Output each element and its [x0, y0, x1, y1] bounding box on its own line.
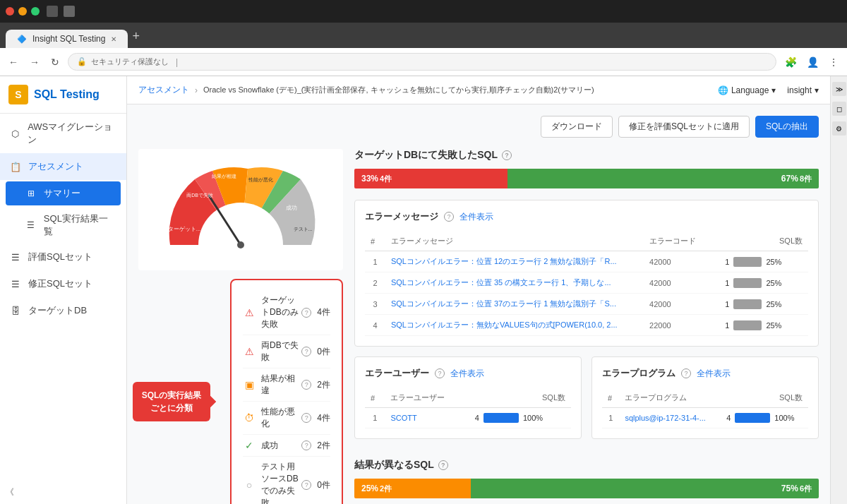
gauge-chart: ターゲット... 両DBで失敗 結果が相違 性能が悪化 成功 テスト... [156, 160, 325, 259]
sidebar-item-fix-sql[interactable]: ☰ 修正SQLセット [0, 270, 126, 297]
breadcrumb-parent[interactable]: アセスメント [138, 84, 189, 96]
assessment-icon: 📋 [10, 161, 21, 172]
breadcrumb-current: Oracle vs Snowflake (デモ)_(実行計画全部保存, キャッシ… [203, 85, 594, 95]
error-users-section: エラーユーザー ? 全件表示 # エラーユーザー SQL数 [354, 356, 582, 439]
prog-row1-bar: 4 100% [726, 413, 803, 423]
forward-btn[interactable]: → [27, 54, 42, 71]
row1-msg[interactable]: SQLコンパイルエラー：位置 12のエラー行 2 無効な識別子「R... [385, 251, 644, 272]
class-item-perf-worse: ⏱ 性能が悪化 ? 4件 [243, 402, 330, 435]
target-db-progress-section: ターゲットDBにて失敗したSQL ? 33% 4件 67% 8件 [354, 149, 819, 188]
row2-mini-bar [733, 278, 762, 288]
content-area: ダウンロード 修正を評価SQLセットに適用 SQLの抽出 [127, 104, 830, 504]
prog-row1-name[interactable]: sqlplus@ip-172-31-4-... [619, 408, 721, 428]
sql-label: SQLの実行結果ごとに分類 [133, 382, 210, 421]
error-programs-help-icon[interactable]: ? [681, 368, 691, 378]
sidebar-nav: ⬡ AWSマイグレーション 📋 アセスメント ⊞ サマリー ☰ SQL実行結果一… [0, 114, 126, 481]
sidebar-item-eval-sql[interactable]: ☰ 評価SQLセット [0, 244, 126, 270]
reload-btn[interactable]: ↻ [48, 54, 62, 71]
test-fail-help-icon[interactable]: ? [301, 480, 311, 490]
prog-pct: 100% [774, 414, 794, 422]
success-icon: ✓ [243, 439, 256, 452]
language-selector[interactable]: 🌐 Language ▾ [718, 85, 776, 95]
row4-count-val: 1 [725, 321, 729, 330]
back-btn[interactable]: ← [6, 54, 21, 71]
user-pct: 100% [523, 414, 543, 422]
profile-btn[interactable]: 👤 [804, 54, 822, 71]
target-db-success-bar: 67% 8件 [507, 169, 819, 188]
test-fail-icon: ○ [243, 479, 256, 491]
target-db-title-text: ターゲットDBにて失敗したSQL [354, 149, 498, 162]
svg-text:結果が相違: 結果が相違 [211, 174, 236, 179]
security-icon: 🔓 [77, 57, 87, 66]
sidebar-sub-item-sql-results[interactable]: ☰ SQL実行結果一覧 [0, 207, 126, 244]
extract-sql-btn[interactable]: SQLの抽出 [755, 116, 819, 138]
fix-sql-icon: ☰ [10, 278, 21, 289]
tooltip-arrow [210, 396, 216, 407]
close-window-btn[interactable] [6, 7, 14, 16]
classification-container: SQLの実行結果ごとに分類 ⚠ ターゲットDBのみ失敗 ? 4件 [230, 279, 343, 504]
success-help-icon[interactable]: ? [301, 440, 311, 450]
download-btn[interactable]: ダウンロード [541, 116, 613, 138]
collapse-icon: 《 [6, 486, 14, 498]
row2-code: 42000 [644, 272, 719, 294]
window-controls [6, 7, 40, 16]
target-db-fail-pct: 33% [361, 174, 378, 184]
perf-worse-help-icon[interactable]: ? [301, 413, 311, 423]
sql-results-icon: ☰ [25, 220, 37, 231]
user-row1-count: 4 100% [469, 408, 571, 428]
minimize-window-btn[interactable] [18, 7, 27, 16]
security-text: セキュリティ保護なし [91, 56, 169, 67]
error-users-show-all[interactable]: 全件表示 [450, 368, 484, 380]
svg-text:成功: 成功 [286, 205, 297, 211]
sidebar-sub-item-summary[interactable]: ⊞ サマリー [6, 181, 121, 205]
target-fail-help-icon[interactable]: ? [301, 308, 311, 318]
top-bar: アセスメント › Oracle vs Snowflake (デモ)_(実行計画全… [127, 76, 830, 104]
right-icon-3[interactable]: ⚙ [832, 121, 846, 136]
error-messages-title: エラーメッセージ [365, 210, 438, 223]
maximize-window-btn[interactable] [31, 7, 40, 16]
error-messages-show-all[interactable]: 全件表示 [459, 211, 493, 223]
different-sql-help-icon[interactable]: ? [438, 460, 448, 470]
menu-btn[interactable]: ⋮ [826, 54, 841, 71]
address-bar: ← → ↻ 🔓 セキュリティ保護なし | 🧩 👤 ⋮ [0, 48, 847, 76]
url-bar[interactable]: 🔓 セキュリティ保護なし | [68, 53, 776, 71]
sidebar-label-fix-sql: 修正SQLセット [28, 277, 92, 290]
table-row: 1 SCOTT 4 100% [365, 408, 571, 428]
error-messages-help-icon[interactable]: ? [444, 212, 454, 222]
sidebar-item-target-db[interactable]: 🗄 ターゲットDB [0, 297, 126, 324]
tab-close-btn[interactable]: ✕ [111, 35, 116, 43]
user-row1-name[interactable]: SCOTT [385, 408, 469, 428]
extensions-btn[interactable]: 🧩 [782, 54, 800, 71]
insight-selector[interactable]: insight ▾ [787, 85, 819, 95]
apply-fix-btn[interactable]: 修正を評価SQLセットに適用 [618, 116, 750, 138]
insight-chevron-icon: ▾ [815, 85, 819, 95]
both-fail-count: 0件 [317, 346, 330, 358]
error-users-help-icon[interactable]: ? [435, 368, 445, 378]
row2-msg[interactable]: SQLコンパイルエラー：位置 35 の構文エラー行 1、予期しな... [385, 272, 644, 294]
right-icon-1[interactable]: ≫ [832, 82, 846, 96]
both-fail-help-icon[interactable]: ? [301, 347, 311, 356]
svg-text:ターゲット...: ターゲット... [168, 226, 201, 232]
sidebar-item-aws[interactable]: ⬡ AWSマイグレーション [0, 114, 126, 153]
user-row1-num: 1 [365, 408, 385, 428]
active-tab[interactable]: 🔷 Insight SQL Testing ✕ [6, 30, 128, 48]
different-sql-progress-bar: 25% 2件 75% 6件 [354, 479, 819, 498]
error-programs-title: エラープログラム [602, 367, 675, 380]
prog-mini-bar [735, 413, 770, 423]
new-tab-btn[interactable]: + [128, 25, 144, 48]
sidebar-item-assessment[interactable]: 📋 アセスメント [0, 153, 126, 180]
target-db-icon: 🗄 [10, 305, 21, 316]
right-icon-2[interactable]: ◻ [832, 102, 846, 116]
result-diff-help-icon[interactable]: ? [301, 380, 311, 390]
test-fail-label: テスト用ソースDBでのみ失敗 [261, 461, 301, 504]
different-sql-success-count: 6件 [800, 484, 812, 494]
row4-msg[interactable]: SQLコンパイルエラー：無効なVALUES句の式[POWER(10.0, 2..… [385, 315, 644, 336]
lang-chevron-icon: ▾ [771, 85, 776, 95]
collapse-sidebar-btn[interactable]: 《 [0, 481, 126, 504]
target-db-help-icon[interactable]: ? [502, 150, 512, 160]
row3-msg[interactable]: SQLコンパイルエラー：位置 37のエラー行 1 無効な識別子「S... [385, 294, 644, 315]
row3-mini-bar [733, 299, 762, 309]
main-grid: ターゲット... 両DBで失敗 結果が相違 性能が悪化 成功 テスト... SQ… [138, 149, 819, 504]
breadcrumb: アセスメント › Oracle vs Snowflake (デモ)_(実行計画全… [138, 84, 594, 96]
error-programs-show-all[interactable]: 全件表示 [697, 368, 731, 380]
